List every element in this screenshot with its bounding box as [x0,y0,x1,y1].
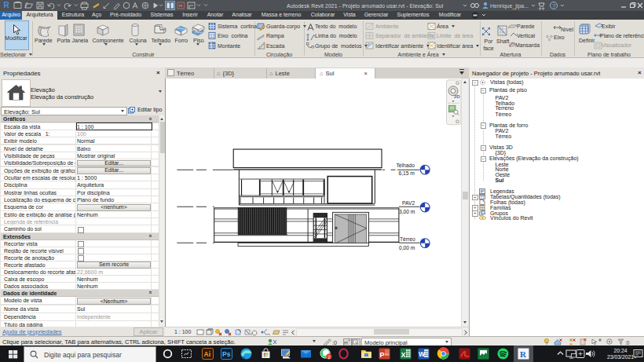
svg-text:Ps: Ps [222,350,231,358]
svg-text:Henrique_jipa...: Henrique_jipa... [490,3,529,9]
svg-text:3,00 m: 3,00 m [399,209,415,214]
svg-text:6,15 m: 6,15 m [399,170,415,175]
svg-text:X: X [401,351,405,359]
svg-text:R: R [520,349,527,359]
svg-text:Telhado: Telhado [397,163,415,168]
svg-text:2D: 2D [454,93,460,98]
svg-text:PAV2: PAV2 [402,199,415,205]
svg-text:2: 2 [327,355,330,360]
svg-text:0,00 m: 0,00 m [399,245,415,250]
svg-text:Ai: Ai [203,350,210,358]
svg-text:W: W [419,350,426,358]
svg-text:Térreo: Térreo [400,236,415,241]
svg-text:P: P [379,351,384,359]
svg-text:?: ? [552,2,556,9]
svg-text::0: :0 [625,340,630,346]
svg-text::0: :0 [332,339,337,346]
